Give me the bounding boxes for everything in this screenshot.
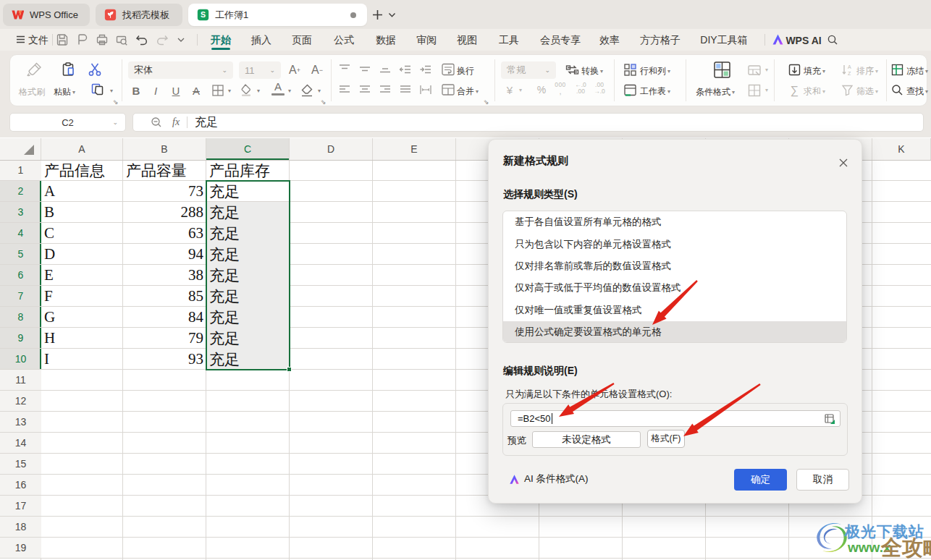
print-icon[interactable] bbox=[95, 33, 109, 47]
copy-icon[interactable] bbox=[90, 82, 106, 98]
clipboard-expand-icon[interactable]: ⇘ bbox=[113, 98, 119, 106]
redo-icon[interactable] bbox=[155, 33, 169, 47]
font-size-combo[interactable]: 11⌄ bbox=[239, 61, 281, 79]
format-button[interactable]: 格式(F) bbox=[647, 430, 685, 448]
rows-columns-label[interactable]: 行和列▾ bbox=[640, 65, 670, 77]
tab-list-chevron-icon[interactable] bbox=[388, 12, 396, 18]
table-style-icon[interactable] bbox=[747, 83, 762, 98]
find-label[interactable]: 查找▾ bbox=[906, 85, 928, 98]
cell-B5[interactable]: 94 bbox=[126, 244, 203, 265]
format-painter-label[interactable]: 格式刷 bbox=[19, 86, 45, 98]
fx-icon[interactable]: fx bbox=[172, 116, 180, 128]
menu-item-1[interactable]: 开始 bbox=[205, 32, 237, 48]
font-color-icon[interactable]: A bbox=[271, 81, 285, 96]
cell-A2[interactable]: A bbox=[44, 181, 120, 202]
sum-label[interactable]: 求和▾ bbox=[804, 85, 825, 98]
menu-item-8[interactable]: 工具 bbox=[493, 32, 525, 48]
range-picker-icon[interactable] bbox=[825, 414, 835, 425]
font-expand-icon[interactable]: ⇘ bbox=[321, 98, 327, 106]
filter-icon[interactable] bbox=[841, 83, 854, 97]
close-icon[interactable] bbox=[835, 154, 852, 171]
eraser-chevron-icon[interactable]: ▾ bbox=[318, 88, 321, 94]
currency-chevron-icon[interactable]: ▾ bbox=[519, 87, 522, 93]
row-header-19[interactable]: 19 bbox=[0, 538, 41, 559]
cut-icon[interactable] bbox=[87, 61, 103, 77]
rule-type-option-6[interactable]: 使用公式确定要设置格式的单元格 bbox=[503, 321, 846, 343]
align-middle-icon[interactable] bbox=[358, 63, 371, 76]
new-tab-plus-icon[interactable] bbox=[371, 9, 384, 21]
row-header-17[interactable]: 17 bbox=[0, 496, 41, 517]
freeze-label[interactable]: 冻结▾ bbox=[906, 65, 928, 77]
toolbar-chevron-icon[interactable] bbox=[177, 38, 185, 43]
cell-B6[interactable]: 38 bbox=[126, 265, 203, 286]
decrease-decimal-icon[interactable]: .00 →.0 bbox=[591, 82, 607, 95]
align-left-icon[interactable] bbox=[338, 83, 351, 96]
rows-columns-icon[interactable] bbox=[623, 63, 637, 77]
justify-icon[interactable] bbox=[399, 83, 412, 96]
row-header-10[interactable]: 10 bbox=[0, 349, 41, 370]
wrap-label[interactable]: 换行 bbox=[457, 65, 474, 77]
ai-conditional-format-button[interactable]: AI 条件格式(A) bbox=[509, 472, 589, 485]
cell-B9[interactable]: 79 bbox=[126, 328, 203, 349]
increase-decimal-icon[interactable]: ←.0 .00 bbox=[573, 82, 589, 95]
rule-type-listbox[interactable]: 基于各自值设置所有单元格的格式只为包含以下内容的单元格设置格式仅对排名靠前或靠后… bbox=[502, 211, 847, 343]
row-header-2[interactable]: 2 bbox=[0, 181, 41, 202]
menu-item-3[interactable]: 页面 bbox=[286, 32, 318, 48]
borders-chevron-icon[interactable]: ▾ bbox=[228, 88, 231, 94]
row-header-7[interactable]: 7 bbox=[0, 286, 41, 307]
number-format-combo[interactable]: 常规⌄ bbox=[501, 61, 556, 79]
cell-A3[interactable]: B bbox=[44, 202, 120, 223]
undo-icon[interactable] bbox=[135, 33, 149, 47]
tab-wps-office[interactable]: WPS Office bbox=[3, 4, 90, 26]
row-header-8[interactable]: 8 bbox=[0, 307, 41, 328]
decrease-font-icon[interactable]: A− bbox=[309, 62, 325, 78]
wps-ai-label[interactable]: WPS AI bbox=[787, 32, 820, 48]
find-icon[interactable] bbox=[890, 83, 904, 97]
print-preview-icon[interactable] bbox=[114, 33, 129, 47]
cell-B10[interactable]: 93 bbox=[126, 349, 203, 370]
output-pdf-icon[interactable] bbox=[75, 33, 90, 47]
convert-label[interactable]: 转换▾ bbox=[581, 65, 603, 77]
eraser-icon[interactable] bbox=[299, 82, 315, 98]
strikethrough-icon[interactable]: A bbox=[189, 82, 203, 98]
cell-A4[interactable]: C bbox=[44, 223, 120, 244]
row-header-5[interactable]: 5 bbox=[0, 244, 41, 265]
rule-type-option-3[interactable]: 仅对排名靠前或靠后的数值设置格式 bbox=[503, 255, 846, 277]
search-icon[interactable] bbox=[827, 34, 838, 46]
cell-B8[interactable]: 84 bbox=[126, 307, 203, 328]
name-box[interactable]: C2 ⌄ bbox=[9, 113, 126, 132]
copy-chevron-icon[interactable]: ▾ bbox=[110, 88, 113, 94]
row-header-18[interactable]: 18 bbox=[0, 517, 41, 538]
column-header-B[interactable]: B bbox=[123, 138, 206, 160]
worksheet-icon[interactable] bbox=[623, 83, 637, 97]
menu-item-10[interactable]: 效率 bbox=[598, 32, 621, 48]
sum-icon[interactable]: ∑ bbox=[788, 83, 801, 97]
decrease-indent-icon[interactable] bbox=[399, 63, 412, 76]
row-header-16[interactable]: 16 bbox=[0, 475, 41, 496]
tab-docer-template[interactable]: 找稻壳模板 bbox=[96, 4, 182, 26]
row-header-13[interactable]: 13 bbox=[0, 412, 41, 433]
cell-B4[interactable]: 63 bbox=[126, 223, 203, 244]
table-style-chevron-icon[interactable]: ▾ bbox=[765, 87, 768, 93]
underline-icon[interactable]: U bbox=[169, 82, 183, 98]
cell-A7[interactable]: F bbox=[44, 286, 120, 307]
menu-item-9[interactable]: 会员专享 bbox=[535, 32, 586, 48]
rule-type-option-4[interactable]: 仅对高于或低于平均值的数值设置格式 bbox=[503, 277, 846, 299]
distributed-icon[interactable] bbox=[419, 83, 432, 96]
rule-type-option-1[interactable]: 基于各自值设置所有单元格的格式 bbox=[503, 211, 846, 233]
menu-item-11[interactable]: 方方格子 bbox=[635, 32, 686, 48]
paste-icon[interactable] bbox=[60, 61, 77, 78]
thousand-separator-icon[interactable]: 000 , bbox=[552, 82, 568, 95]
column-header-K[interactable]: K bbox=[872, 138, 931, 160]
convert-icon[interactable] bbox=[565, 63, 579, 77]
select-all-corner[interactable] bbox=[0, 138, 41, 160]
column-header-E[interactable]: E bbox=[373, 138, 456, 160]
cell-A1[interactable]: 产品信息 bbox=[44, 160, 120, 181]
increase-indent-icon[interactable] bbox=[419, 63, 432, 76]
menu-item-6[interactable]: 审阅 bbox=[410, 32, 442, 48]
fill-color-chevron-icon[interactable]: ▾ bbox=[257, 88, 260, 94]
row-header-6[interactable]: 6 bbox=[0, 265, 41, 286]
row-header-1[interactable]: 1 bbox=[0, 160, 41, 181]
name-box-chevron-icon[interactable]: ⌄ bbox=[112, 119, 118, 126]
zoom-formula-icon[interactable] bbox=[151, 116, 162, 128]
